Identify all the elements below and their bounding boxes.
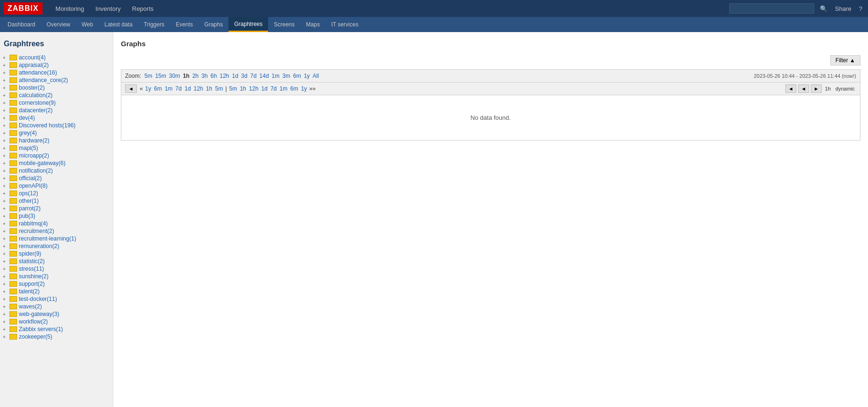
tree-item[interactable]: +attendance(16) [2, 69, 111, 76]
tree-item[interactable]: +dev(4) [2, 114, 111, 122]
nav-prev-link-5m[interactable]: 5m [214, 85, 225, 92]
tree-item[interactable]: +sunshine(2) [2, 273, 111, 280]
tree-expand-icon[interactable]: + [3, 183, 9, 189]
tree-expand-icon[interactable]: + [3, 221, 9, 226]
tree-expand-icon[interactable]: + [3, 123, 9, 128]
tree-item[interactable]: +talent(2) [2, 288, 111, 295]
tree-item[interactable]: +notification(2) [2, 167, 111, 174]
tree-item-label[interactable]: remuneration(2) [19, 243, 59, 249]
sub-nav-graphs[interactable]: Graphs [199, 17, 228, 32]
sub-nav-web[interactable]: Web [76, 17, 99, 32]
tree-item[interactable]: +zookeeper(5) [2, 333, 111, 341]
sub-nav-dashboard[interactable]: Dashboard [2, 17, 41, 32]
zoom-option-7d[interactable]: 7d [249, 73, 258, 79]
sub-nav-events[interactable]: Events [170, 17, 199, 32]
tree-item[interactable]: +microapp(2) [2, 152, 111, 159]
nav-next-link-1d[interactable]: 1d [260, 85, 269, 92]
tree-expand-icon[interactable]: + [3, 131, 9, 136]
tree-item-label[interactable]: official(2) [19, 175, 42, 182]
zoom-option-1y[interactable]: 1y [303, 73, 312, 79]
tree-item-label[interactable]: hardware(2) [19, 137, 50, 144]
help-button[interactable]: ? [857, 5, 864, 12]
zoom-option-30m[interactable]: 30m [168, 73, 181, 79]
tree-item-label[interactable]: mapi(5) [19, 145, 38, 151]
zoom-option-5m[interactable]: 5m [143, 73, 154, 79]
tree-expand-icon[interactable]: + [3, 334, 9, 340]
nav-next-link-12h[interactable]: 12h [248, 85, 260, 92]
zoom-option-1m[interactable]: 1m [270, 73, 281, 79]
zoom-option-15m[interactable]: 15m [154, 73, 168, 79]
tree-item[interactable]: +stress(11) [2, 265, 111, 273]
tree-item-label[interactable]: account(4) [19, 54, 46, 61]
tree-item[interactable]: +booster(2) [2, 84, 111, 91]
zoom-option-2h[interactable]: 2h [191, 73, 200, 79]
tree-item-label[interactable]: recruitment(2) [19, 228, 54, 234]
tree-item[interactable]: +account(4) [2, 54, 111, 61]
tree-expand-icon[interactable]: + [3, 327, 9, 332]
search-input[interactable] [729, 3, 814, 14]
zoom-option-1h[interactable]: 1h [181, 73, 191, 79]
tree-item-label[interactable]: appraisal(2) [19, 62, 49, 68]
tree-expand-icon[interactable]: + [3, 85, 9, 91]
tree-item[interactable]: +ops(12) [2, 190, 111, 197]
tree-expand-icon[interactable]: + [3, 100, 9, 106]
tree-item-label[interactable]: microapp(2) [19, 152, 49, 159]
tree-item-label[interactable]: test-docker(11) [19, 296, 57, 302]
tree-expand-icon[interactable]: + [3, 259, 9, 264]
tree-item-label[interactable]: attendance(16) [19, 69, 57, 76]
nav-next-link-1h[interactable]: 1h [238, 85, 247, 92]
tree-item[interactable]: +rabbitmq(4) [2, 220, 111, 227]
tree-item[interactable]: +official(2) [2, 174, 111, 182]
tree-item-label[interactable]: waves(2) [19, 303, 42, 310]
tree-expand-icon[interactable]: + [3, 282, 9, 287]
zoom-option-3d[interactable]: 3d [240, 73, 249, 79]
tree-item-label[interactable]: stress(11) [19, 266, 44, 272]
tree-expand-icon[interactable]: + [3, 93, 9, 98]
nav-prev-link-7d[interactable]: 7d [174, 85, 183, 92]
tree-item[interactable]: +Discovered hosts(196) [2, 122, 111, 129]
sub-nav-screens[interactable]: Screens [268, 17, 300, 32]
nav-double-next[interactable]: »» [308, 85, 316, 92]
tree-item[interactable]: +attendance_core(2) [2, 76, 111, 84]
tree-item[interactable]: +appraisal(2) [2, 61, 111, 69]
tree-item[interactable]: +pub(3) [2, 212, 111, 220]
nav-prev-link-6m[interactable]: 6m [152, 85, 163, 92]
tree-item[interactable]: +statistic(2) [2, 257, 111, 265]
tree-item[interactable]: +spider(9) [2, 250, 111, 257]
tree-item-label[interactable]: statistic(2) [19, 258, 45, 265]
tree-item-label[interactable]: booster(2) [19, 84, 45, 91]
tree-item[interactable]: +calculation(2) [2, 91, 111, 99]
nav-monitoring[interactable]: Monitoring [50, 0, 90, 17]
nav-next-link-5m[interactable]: 5m [228, 85, 239, 92]
nav-next-link-7d[interactable]: 7d [269, 85, 278, 92]
tree-item-label[interactable]: web-gateway(3) [19, 311, 59, 317]
nav-inventory[interactable]: Inventory [90, 0, 126, 17]
zoom-option-6h[interactable]: 6h [209, 73, 218, 79]
nav-next-link-1m[interactable]: 1m [278, 85, 289, 92]
nav-prev-link-1d[interactable]: 1d [183, 85, 192, 92]
sub-nav-triggers[interactable]: Triggers [138, 17, 170, 32]
search-icon[interactable]: 🔍 [818, 5, 829, 12]
sub-nav-latest-data[interactable]: Latest data [99, 17, 138, 32]
tree-item[interactable]: +datacenter(2) [2, 107, 111, 114]
tree-expand-icon[interactable]: + [3, 199, 9, 204]
tree-expand-icon[interactable]: + [3, 176, 9, 181]
tree-item-label[interactable]: spider(9) [19, 250, 41, 257]
tree-expand-icon[interactable]: + [3, 116, 9, 121]
zoom-option-3h[interactable]: 3h [200, 73, 209, 79]
tree-item[interactable]: +parrot(2) [2, 205, 111, 212]
tree-item-label[interactable]: attendance_core(2) [19, 77, 68, 83]
logo[interactable]: ZABBIX [4, 2, 42, 15]
nav-next-link-1y[interactable]: 1y [300, 85, 309, 92]
tree-item-label[interactable]: rabbitmq(4) [19, 220, 48, 227]
tree-expand-icon[interactable]: + [3, 229, 9, 234]
tree-expand-icon[interactable]: + [3, 108, 9, 113]
tree-item[interactable]: +recruitment(2) [2, 227, 111, 235]
tree-item[interactable]: +grey(4) [2, 129, 111, 137]
tree-item-label[interactable]: datacenter(2) [19, 107, 52, 114]
tree-expand-icon[interactable]: + [3, 168, 9, 174]
tree-item-label[interactable]: parrot(2) [19, 205, 41, 212]
tree-item[interactable]: +mobile-gateway(6) [2, 159, 111, 167]
tree-expand-icon[interactable]: + [3, 319, 9, 324]
tree-item[interactable]: +test-docker(11) [2, 295, 111, 303]
